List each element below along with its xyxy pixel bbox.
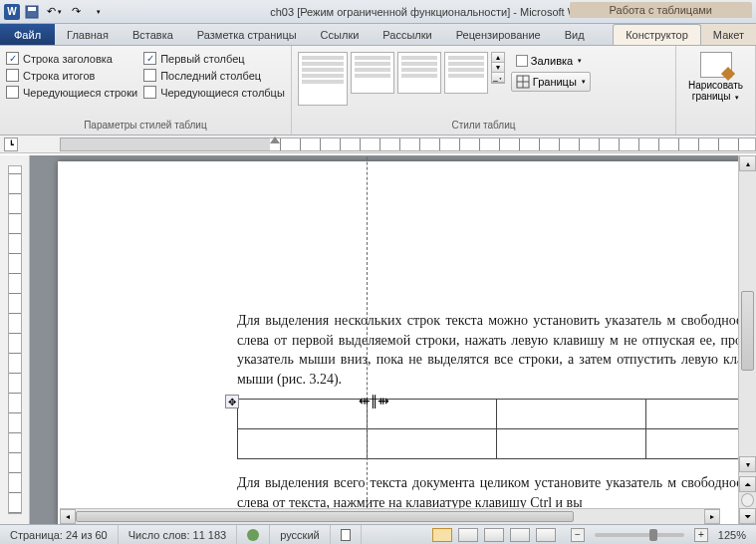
page: Для выделения нескольких строк текста мо… — [58, 161, 738, 524]
paint-bucket-icon — [516, 55, 528, 67]
check-first-column-label: Первый столбец — [160, 53, 244, 65]
draw-table-icon — [700, 52, 732, 78]
status-proofing[interactable] — [237, 525, 270, 544]
prev-page-icon[interactable]: ⏶ — [739, 476, 756, 492]
hscroll-thumb[interactable] — [76, 511, 574, 522]
scrollbar-vertical[interactable]: ▴ ▾ ⏶ ⏷ — [738, 155, 756, 524]
zoom-control: − + 125% — [561, 525, 756, 544]
gallery-up-icon[interactable]: ▴ — [492, 53, 504, 63]
contextual-tab-title: Работа с таблицами — [570, 2, 752, 18]
browse-object-icon[interactable] — [741, 493, 754, 507]
ruler-vertical[interactable] — [0, 155, 30, 524]
borders-button[interactable]: Границы▾ — [511, 72, 591, 92]
vscroll-thumb[interactable] — [741, 291, 754, 371]
check-banded-rows[interactable]: Чередующиеся строки — [6, 86, 137, 99]
style-thumb-3[interactable] — [397, 52, 441, 94]
zoom-slider-knob[interactable] — [649, 529, 657, 541]
zoom-out-button[interactable]: − — [571, 528, 585, 542]
shading-label: Заливка — [531, 55, 573, 67]
group-label-draw — [682, 118, 749, 133]
statusbar: Страница: 24 из 60 Число слов: 11 183 ру… — [0, 524, 756, 544]
draw-label-2: границы — [692, 91, 731, 102]
check-total-row[interactable]: Строка итогов — [6, 69, 137, 82]
tab-home[interactable]: Главная — [55, 24, 121, 45]
tab-view[interactable]: Вид — [553, 24, 597, 45]
tab-insert[interactable]: Вставка — [121, 24, 185, 45]
vscroll-up-icon[interactable]: ▴ — [739, 155, 756, 171]
zoom-level[interactable]: 125% — [718, 529, 746, 541]
view-print-layout-icon[interactable] — [432, 528, 452, 542]
next-page-icon[interactable]: ⏷ — [739, 508, 756, 524]
check-last-column-label: Последний столбец — [160, 70, 261, 82]
draw-borders-button[interactable]: Нарисоватьграницы ▾ — [682, 48, 749, 106]
document-table[interactable] — [237, 399, 738, 459]
document-viewport[interactable]: Для выделения нескольких строк текста мо… — [30, 155, 738, 524]
view-web-icon[interactable] — [484, 528, 504, 542]
view-buttons — [427, 525, 561, 544]
tab-design[interactable]: Конструктор — [613, 24, 701, 45]
group-label-styles: Стили таблиц — [298, 118, 669, 133]
status-word-count[interactable]: Число слов: 11 183 — [119, 525, 237, 544]
file-tab[interactable]: Файл — [0, 24, 55, 45]
style-thumb-2[interactable] — [351, 52, 394, 94]
ribbon: ✓Строка заголовка Строка итогов Чередующ… — [0, 46, 756, 136]
zoom-in-button[interactable]: + — [694, 528, 708, 542]
word-app-icon[interactable]: W — [4, 4, 20, 20]
view-draft-icon[interactable] — [536, 528, 556, 542]
undo-icon[interactable]: ↶▾ — [44, 2, 64, 22]
tab-review[interactable]: Рецензирование — [444, 24, 553, 45]
shading-button[interactable]: Заливка▾ — [511, 52, 591, 70]
hscroll-right-icon[interactable]: ▸ — [704, 509, 720, 524]
titlebar: W ↶▾ ↷ ▾ ch03 [Режим ограниченной функци… — [0, 0, 756, 24]
check-banded-columns-label: Чередующиеся столбцы — [160, 87, 285, 99]
gallery-more-icon[interactable]: ⎯▾ — [492, 73, 504, 83]
style-thumb-4[interactable] — [444, 52, 488, 94]
status-insert-mode[interactable] — [331, 525, 362, 544]
group-draw-borders: Нарисоватьграницы ▾ — [676, 46, 756, 135]
tab-page-layout[interactable]: Разметка страницы — [185, 24, 309, 45]
ruler-h-scale[interactable] — [60, 137, 756, 151]
gallery-down-icon[interactable]: ▾ — [492, 63, 504, 73]
group-table-styles: ▴▾⎯▾ Заливка▾ Границы▾ Стили таблиц — [292, 46, 676, 135]
borders-label: Границы — [533, 76, 577, 88]
insert-mode-icon — [341, 529, 351, 541]
status-language[interactable]: русский — [270, 525, 330, 544]
hscroll-left-icon[interactable]: ◂ — [60, 509, 76, 524]
redo-icon[interactable]: ↷ — [66, 2, 86, 22]
gallery-scroll[interactable]: ▴▾⎯▾ — [491, 52, 505, 84]
check-last-column[interactable]: Последний столбец — [143, 69, 285, 82]
borders-icon — [516, 75, 530, 89]
view-outline-icon[interactable] — [510, 528, 530, 542]
zoom-slider[interactable] — [595, 533, 684, 537]
check-header-row-label: Строка заголовка — [23, 53, 113, 65]
proofing-icon — [247, 529, 259, 541]
group-label-options: Параметры стилей таблиц — [6, 118, 285, 133]
tab-mailings[interactable]: Рассылки — [371, 24, 443, 45]
check-total-row-label: Строка итогов — [23, 70, 95, 82]
check-banded-rows-label: Чередующиеся строки — [23, 87, 137, 99]
ruler-horizontal[interactable]: ┗ — [0, 136, 756, 153]
style-thumb-1[interactable] — [298, 52, 348, 106]
save-icon[interactable] — [22, 2, 42, 22]
status-page[interactable]: Страница: 24 из 60 — [0, 525, 119, 544]
table-row[interactable] — [238, 429, 739, 459]
qat-customize-icon[interactable]: ▾ — [88, 2, 108, 22]
vscroll-down-icon[interactable]: ▾ — [739, 456, 756, 472]
table-row[interactable] — [238, 400, 739, 429]
check-header-row[interactable]: ✓Строка заголовка — [6, 52, 137, 65]
group-table-style-options: ✓Строка заголовка Строка итогов Чередующ… — [0, 46, 292, 135]
document-area: Для выделения нескольких строк текста мо… — [0, 155, 756, 524]
view-fullscreen-icon[interactable] — [458, 528, 478, 542]
draw-label-1: Нарисовать — [688, 80, 743, 91]
scrollbar-horizontal[interactable]: ◂ ▸ — [60, 508, 720, 524]
tab-references[interactable]: Ссылки — [309, 24, 372, 45]
table-move-handle-icon[interactable]: ✥ — [225, 395, 239, 408]
paragraph-2[interactable]: Для выделения всего текста документа цел… — [237, 473, 738, 512]
paragraph-1[interactable]: Для выделения нескольких строк текста мо… — [237, 311, 738, 389]
ruler-toggle-icon[interactable]: ┗ — [4, 137, 18, 151]
check-banded-columns[interactable]: Чередующиеся столбцы — [143, 86, 285, 99]
indent-marker-icon[interactable] — [270, 136, 280, 143]
check-first-column[interactable]: ✓Первый столбец — [143, 52, 285, 65]
tab-layout[interactable]: Макет — [701, 24, 756, 45]
table-styles-gallery[interactable]: ▴▾⎯▾ — [298, 48, 505, 106]
